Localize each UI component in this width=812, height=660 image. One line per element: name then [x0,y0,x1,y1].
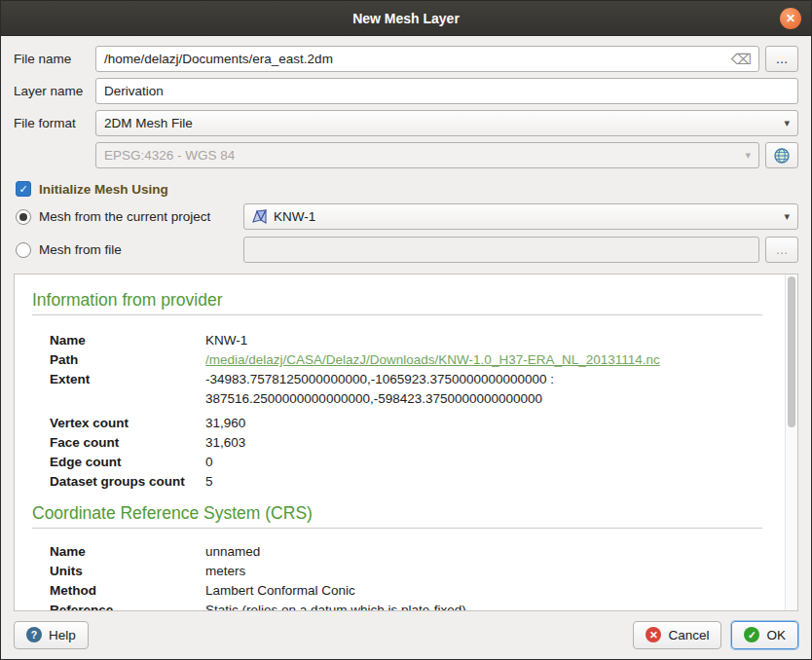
mesh-layer-combo[interactable]: KNW-1 ▾ [243,203,798,230]
row-value: meters [205,562,245,581]
provider-info-heading: Information from provider [32,290,764,311]
crs-combo: EPSG:4326 - WGS 84 ▾ [95,142,759,168]
help-icon: ? [26,627,42,642]
info-panel: Information from provider Name KNW-1 Pat… [14,274,798,611]
row-value: 31,960 [205,414,245,433]
info-panel-content: Information from provider Name KNW-1 Pat… [15,275,797,611]
mesh-from-file-radio-group[interactable]: Mesh from file [14,242,243,258]
provider-info-table: Name KNW-1 Path /media/delazj/CASA/Delaz… [50,331,764,492]
mesh-from-file-radio[interactable] [16,242,31,258]
row-value: -34983.7578125000000000,-1065923.3750000… [205,370,764,409]
table-row: Edge count 0 [50,453,764,472]
crs-row: EPSG:4326 - WGS 84 ▾ [14,142,798,168]
mesh-file-browse-button: … [765,237,798,263]
mesh-from-project-label: Mesh from the current project [39,209,210,224]
row-label: Name [50,542,205,562]
initialize-mesh-checkbox[interactable]: ✓ [16,181,31,197]
row-value: Static (relies on a datum which is plate… [205,601,466,611]
titlebar[interactable]: New Mesh Layer ✕ [1,1,811,36]
chevron-down-icon: ▾ [745,149,751,162]
table-row: Units meters [50,562,764,581]
row-value: 0 [205,453,213,472]
divider [32,314,762,315]
mesh-from-project-radio-group[interactable]: Mesh from the current project [14,209,243,225]
help-button[interactable]: ? Help [14,621,89,649]
file-name-input-wrap: ⌫ [95,46,759,72]
mesh-file-input-wrap [243,237,759,263]
table-row: Dataset groups count 5 [50,472,764,492]
file-format-row: File format 2DM Mesh File ▾ [14,110,798,136]
footer-button-bar: ? Help ✕ Cancel ✓ OK [14,620,798,649]
row-value: unnamed [205,542,260,562]
cancel-button-label: Cancel [668,628,709,642]
layer-name-row: Layer name [14,78,798,104]
dialog-content: File name ⌫ … Layer name File format [1,36,811,659]
path-link[interactable]: /media/delazj/CASA/DelazJ/Downloads/KNW-… [205,350,660,370]
mesh-from-file-row: Mesh from file … [14,237,798,263]
cancel-button[interactable]: ✕ Cancel [633,621,721,649]
scrollbar-thumb[interactable] [788,276,795,427]
close-icon: ✕ [786,13,795,24]
layer-name-label: Layer name [14,84,95,98]
row-label: Face count [50,433,205,453]
mesh-from-project-row: Mesh from the current project KNW-1 ▾ [14,203,798,230]
help-button-label: Help [49,628,76,642]
file-name-row: File name ⌫ … [14,46,798,72]
row-label: Vertex count [50,414,205,433]
ok-button-label: OK [766,628,786,642]
row-label: Dataset groups count [50,472,205,492]
cancel-icon: ✕ [646,627,661,642]
file-name-browse-button[interactable]: … [765,46,798,72]
crs-select-button[interactable] [765,142,798,168]
chevron-down-icon: ▾ [784,117,790,129]
mesh-from-file-label: Mesh from file [39,242,122,257]
mesh-from-project-radio[interactable] [16,209,31,225]
table-row: Name unnamed [50,542,764,562]
table-row: Reference Static (relies on a datum whic… [50,601,764,611]
row-label: Name [50,331,205,350]
initialize-mesh-row: ✓ Initialize Mesh Using [16,181,798,197]
mesh-layer-icon [252,209,267,224]
file-name-input[interactable] [104,52,733,66]
chevron-down-icon: ▾ [784,210,790,223]
row-value: KNW-1 [205,331,247,350]
clear-text-icon[interactable]: ⌫ [731,52,752,66]
initialize-mesh-label[interactable]: Initialize Mesh Using [39,182,168,197]
new-mesh-layer-dialog: New Mesh Layer ✕ File name ⌫ … Layer nam… [0,0,812,660]
layer-name-input[interactable] [104,84,790,98]
file-format-combo[interactable]: 2DM Mesh File ▾ [95,110,798,136]
row-label: Path [50,350,205,370]
file-format-label: File format [14,116,95,130]
ok-icon: ✓ [744,627,759,642]
ok-button[interactable]: ✓ OK [731,621,798,649]
crs-info-heading: Coordinate Reference System (CRS) [32,503,764,524]
row-value: 5 [205,472,213,492]
globe-icon [773,147,791,165]
close-button[interactable]: ✕ [780,8,801,29]
divider [32,528,762,529]
row-value: 31,603 [205,433,245,453]
row-label: Extent [50,370,205,409]
row-label: Reference [50,601,205,611]
crs-info-table: Name unnamed Units meters Method Lambert… [50,542,764,611]
crs-value: EPSG:4326 - WGS 84 [104,148,235,163]
table-row: Extent -34983.7578125000000000,-1065923.… [50,370,764,409]
row-value: Lambert Conformal Conic [205,581,355,601]
window-title: New Mesh Layer [352,11,460,26]
layer-name-input-wrap [95,78,798,104]
vertical-scrollbar[interactable] [785,275,797,610]
table-row: Face count 31,603 [50,433,764,453]
mesh-file-input [252,242,751,257]
check-icon: ✓ [18,183,27,196]
table-row: Vertex count 31,960 [50,414,764,433]
row-label: Method [50,581,205,601]
file-format-value: 2DM Mesh File [104,116,193,130]
mesh-layer-value: KNW-1 [274,209,315,224]
table-row: Name KNW-1 [50,331,764,350]
row-label: Edge count [50,453,205,472]
file-name-label: File name [14,52,95,66]
table-row: Path /media/delazj/CASA/DelazJ/Downloads… [50,350,764,370]
row-label: Units [50,562,205,581]
radio-dot [19,213,27,221]
table-row: Method Lambert Conformal Conic [50,581,764,601]
